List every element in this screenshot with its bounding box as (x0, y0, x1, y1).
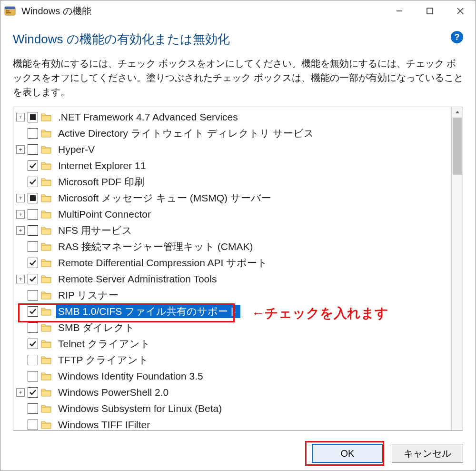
feature-checkbox[interactable] (28, 112, 38, 122)
feature-checkbox[interactable] (28, 322, 38, 333)
feature-row[interactable]: +Microsoft PDF 印刷 (13, 174, 451, 190)
feature-row[interactable]: +Hyper-V (13, 141, 451, 158)
feature-label[interactable]: Windows TIFF IFilter (56, 419, 152, 430)
feature-checkbox[interactable] (28, 339, 38, 349)
help-button[interactable]: ? (451, 31, 463, 43)
expander-icon[interactable]: + (16, 113, 25, 121)
feature-label[interactable]: Microsoft メッセージ キュー (MSMQ) サーバー (56, 191, 273, 205)
feature-checkbox[interactable] (28, 144, 38, 155)
feature-label[interactable]: NFS 用サービス (56, 224, 134, 237)
feature-label[interactable]: Active Directory ライトウェイト ディレクトリ サービス (56, 127, 316, 140)
feature-checkbox[interactable] (28, 387, 38, 398)
feature-checkbox[interactable] (28, 274, 38, 284)
svg-rect-1 (5, 7, 15, 9)
expander-icon[interactable]: + (16, 194, 25, 202)
feature-row[interactable]: +Remote Server Administration Tools (13, 271, 451, 287)
feature-row[interactable]: +Windows TIFF IFilter (13, 417, 451, 430)
feature-row[interactable]: +RAS 接続マネージャー管理キット (CMAK) (13, 239, 451, 255)
feature-row[interactable]: +.NET Framework 4.7 Advanced Services (13, 109, 451, 125)
expander-icon[interactable]: + (16, 226, 25, 235)
feature-tree[interactable]: +.NET Framework 4.7 Advanced Services+Ac… (13, 107, 451, 430)
feature-label[interactable]: Microsoft PDF 印刷 (56, 175, 146, 189)
feature-checkbox[interactable] (28, 225, 38, 236)
feature-checkbox[interactable] (28, 290, 38, 301)
feature-checkbox[interactable] (28, 209, 38, 220)
feature-row[interactable]: +RIP リスナー (13, 287, 451, 303)
feature-label[interactable]: Windows PowerShell 2.0 (56, 387, 170, 398)
feature-row[interactable]: +Active Directory ライトウェイト ディレクトリ サービス (13, 125, 451, 141)
feature-checkbox[interactable] (28, 193, 38, 203)
ok-button[interactable]: OK (312, 444, 383, 463)
feature-checkbox[interactable] (28, 258, 38, 268)
feature-row[interactable]: +Windows Subsystem for Linux (Beta) (13, 401, 451, 417)
content-area: Windows の機能の有効化または無効化 ? 機能を有効にするには、チェック … (0, 21, 476, 471)
feature-label[interactable]: .NET Framework 4.7 Advanced Services (56, 111, 240, 123)
scroll-up-button[interactable] (452, 107, 463, 118)
feature-label[interactable]: Telnet クライアント (56, 337, 152, 351)
feature-checkbox[interactable] (28, 403, 38, 414)
feature-label[interactable]: MultiPoint Connector (56, 209, 153, 220)
feature-row[interactable]: +TFTP クライアント (13, 352, 451, 368)
feature-row[interactable]: +MultiPoint Connector (13, 206, 451, 222)
feature-checkbox[interactable] (28, 306, 38, 317)
feature-label[interactable]: Windows Identity Foundation 3.5 (56, 371, 205, 382)
close-button[interactable] (445, 0, 476, 21)
feature-label[interactable]: RAS 接続マネージャー管理キット (CMAK) (56, 240, 255, 253)
expander-icon[interactable]: + (16, 388, 25, 397)
annotation-text: ←チェックを入れます (251, 304, 388, 322)
feature-tree-container: +.NET Framework 4.7 Advanced Services+Ac… (13, 107, 463, 431)
feature-checkbox[interactable] (28, 160, 38, 171)
feature-label[interactable]: SMB 1.0/CIFS ファイル共有のサポート (56, 305, 240, 318)
feature-checkbox[interactable] (28, 420, 38, 430)
window: Windows の機能 Windows の機能の有効化または無効化 ? 機能を有… (0, 0, 476, 471)
scroll-thumb[interactable] (453, 118, 462, 175)
feature-label[interactable]: Hyper-V (56, 144, 97, 155)
window-title: Windows の機能 (21, 5, 91, 18)
dialog-heading: Windows の機能の有効化または無効化 (13, 31, 451, 48)
feature-row[interactable]: +Internet Explorer 11 (13, 158, 451, 174)
app-icon (4, 5, 16, 17)
svg-rect-3 (6, 12, 11, 13)
feature-label[interactable]: Remote Server Administration Tools (56, 273, 218, 285)
feature-row[interactable]: +NFS 用サービス (13, 222, 451, 239)
dialog-footer: OK キャンセル (13, 439, 463, 463)
feature-label[interactable]: Internet Explorer 11 (56, 160, 148, 171)
feature-checkbox[interactable] (28, 371, 38, 381)
svg-rect-5 (427, 8, 433, 14)
feature-row[interactable]: +Telnet クライアント (13, 336, 451, 352)
feature-checkbox[interactable] (28, 241, 38, 252)
feature-checkbox[interactable] (28, 128, 38, 139)
feature-row[interactable]: +Windows PowerShell 2.0 (13, 384, 451, 401)
feature-label[interactable]: TFTP クライアント (56, 353, 150, 367)
feature-label[interactable]: SMB ダイレクト (56, 321, 137, 334)
minimize-button[interactable] (384, 0, 415, 21)
svg-rect-2 (6, 10, 10, 11)
feature-row[interactable]: +Windows Identity Foundation 3.5 (13, 368, 451, 384)
expander-icon[interactable]: + (16, 145, 25, 154)
feature-label[interactable]: Windows Subsystem for Linux (Beta) (56, 403, 224, 414)
cancel-button[interactable]: キャンセル (392, 444, 463, 463)
expander-icon[interactable]: + (16, 275, 25, 283)
scrollbar[interactable] (451, 107, 463, 430)
dialog-description: 機能を有効にするには、チェック ボックスをオンにしてください。機能を無効にするに… (13, 56, 463, 99)
expander-icon[interactable]: + (16, 210, 25, 219)
feature-row[interactable]: +Remote Differential Compression API サポー… (13, 255, 451, 271)
feature-checkbox[interactable] (28, 355, 38, 365)
feature-label[interactable]: RIP リスナー (56, 289, 120, 302)
feature-label[interactable]: Remote Differential Compression API サポート (56, 256, 269, 270)
feature-row[interactable]: +Microsoft メッセージ キュー (MSMQ) サーバー (13, 190, 451, 206)
titlebar: Windows の機能 (0, 0, 476, 21)
feature-checkbox[interactable] (28, 177, 38, 187)
maximize-button[interactable] (415, 0, 445, 21)
